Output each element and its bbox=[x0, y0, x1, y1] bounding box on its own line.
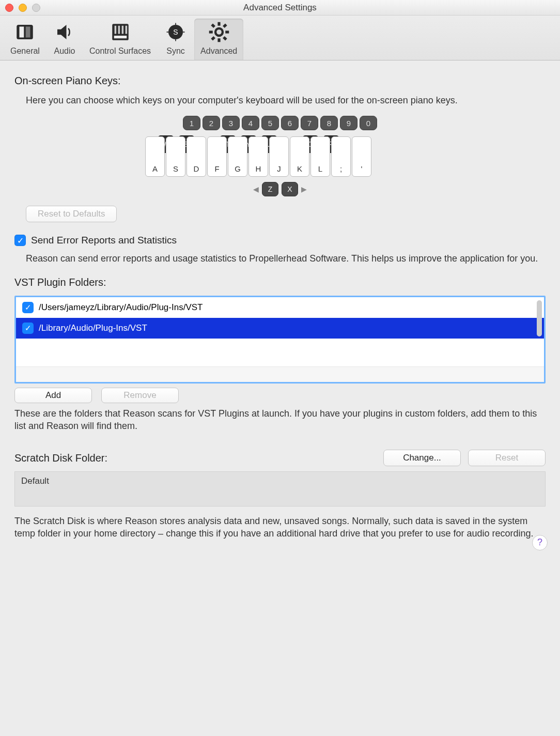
white-key[interactable]: F bbox=[207, 136, 227, 177]
vst-folder-checkbox[interactable]: ✓ bbox=[22, 323, 34, 334]
svg-rect-6 bbox=[121, 26, 123, 34]
tab-sync[interactable]: S Sync bbox=[157, 19, 194, 60]
octave-down-key[interactable]: Z bbox=[262, 182, 278, 196]
close-window-button[interactable] bbox=[5, 4, 13, 12]
vst-help: These are the folders that Reason scans … bbox=[14, 407, 546, 433]
svg-rect-4 bbox=[114, 26, 116, 34]
svg-rect-18 bbox=[209, 30, 212, 33]
tab-control-surfaces[interactable]: Control Surfaces bbox=[83, 19, 157, 60]
white-key[interactable]: J bbox=[269, 136, 289, 177]
general-icon bbox=[14, 21, 36, 45]
sync-icon: S bbox=[165, 21, 186, 45]
vst-folder-checkbox[interactable]: ✓ bbox=[22, 302, 34, 313]
send-error-reports-label: Send Error Reports and Statistics bbox=[31, 235, 177, 246]
num-key[interactable]: 4 bbox=[242, 116, 259, 130]
tab-surfaces-label: Control Surfaces bbox=[89, 47, 151, 56]
svg-rect-20 bbox=[211, 23, 215, 28]
tab-general[interactable]: General bbox=[4, 19, 46, 60]
svg-rect-0 bbox=[17, 25, 34, 39]
help-icon: ? bbox=[537, 537, 542, 548]
prefs-toolbar: General Audio Control Surfaces S Sync bbox=[0, 16, 560, 60]
white-key[interactable]: S bbox=[166, 136, 185, 177]
vst-folder-row[interactable]: ✓/Users/jameyz/Library/Audio/Plug-Ins/VS… bbox=[16, 297, 544, 318]
svg-rect-7 bbox=[125, 26, 127, 34]
titlebar: Advanced Settings bbox=[0, 0, 560, 16]
num-key[interactable]: 8 bbox=[320, 116, 338, 130]
vst-remove-button[interactable]: Remove bbox=[101, 388, 179, 403]
white-key[interactable]: ' bbox=[352, 136, 371, 177]
svg-point-15 bbox=[215, 28, 223, 36]
num-key[interactable]: 1 bbox=[183, 116, 200, 130]
window-controls bbox=[5, 4, 40, 12]
tab-audio[interactable]: Audio bbox=[46, 19, 83, 60]
white-key[interactable]: L bbox=[310, 136, 330, 177]
svg-rect-5 bbox=[118, 26, 120, 34]
svg-text:S: S bbox=[173, 28, 178, 36]
svg-rect-23 bbox=[211, 36, 215, 41]
vst-folder-path: /Users/jameyz/Library/Audio/Plug-Ins/VST bbox=[39, 302, 203, 313]
white-key[interactable]: ; bbox=[331, 136, 351, 177]
reset-piano-button[interactable]: Reset to Defaults bbox=[26, 206, 117, 222]
white-key[interactable]: H bbox=[248, 136, 268, 177]
num-key[interactable]: 0 bbox=[360, 116, 377, 130]
svg-rect-16 bbox=[217, 22, 220, 26]
window-title: Advanced Settings bbox=[0, 3, 560, 13]
piano-heading: On-screen Piano Keys: bbox=[14, 75, 546, 87]
octave-up-key[interactable]: X bbox=[282, 182, 298, 196]
num-key[interactable]: 9 bbox=[340, 116, 357, 130]
vst-folder-list[interactable]: ✓/Users/jameyz/Library/Audio/Plug-Ins/VS… bbox=[14, 296, 546, 384]
white-key[interactable]: A bbox=[145, 136, 165, 177]
svg-rect-21 bbox=[223, 36, 227, 41]
octave-right-icon: ▶ bbox=[301, 185, 307, 193]
tab-general-label: General bbox=[10, 47, 40, 56]
num-key[interactable]: 2 bbox=[203, 116, 220, 130]
num-key[interactable]: 7 bbox=[301, 116, 318, 130]
tab-advanced[interactable]: Advanced bbox=[194, 19, 243, 60]
octave-left-icon: ◀ bbox=[253, 185, 259, 193]
svg-rect-17 bbox=[217, 38, 220, 42]
tab-audio-label: Audio bbox=[54, 47, 75, 56]
scratch-folder-value: Default bbox=[21, 476, 49, 486]
piano-help: Here you can choose which keys on your c… bbox=[14, 94, 546, 106]
tab-sync-label: Sync bbox=[166, 47, 185, 56]
svg-rect-1 bbox=[20, 27, 24, 38]
white-key[interactable]: G bbox=[228, 136, 247, 177]
svg-rect-2 bbox=[26, 27, 30, 38]
vst-heading: VST Plugin Folders: bbox=[14, 277, 546, 288]
error-reports-help: Reason can send error reports and usage … bbox=[14, 252, 546, 265]
tab-advanced-label: Advanced bbox=[200, 47, 237, 56]
num-key[interactable]: 5 bbox=[261, 116, 279, 130]
mixer-icon bbox=[110, 21, 131, 45]
send-error-reports-checkbox[interactable]: ✓ bbox=[14, 235, 26, 246]
svg-rect-22 bbox=[223, 23, 227, 28]
vst-scrollbar[interactable] bbox=[537, 300, 542, 336]
advanced-pane: On-screen Piano Keys: Here you can choos… bbox=[0, 60, 560, 560]
scratch-help: The Scratch Disk is where Reason stores … bbox=[14, 515, 546, 540]
vst-folder-row[interactable]: ✓/Library/Audio/Plug-Ins/VST bbox=[16, 318, 544, 339]
scratch-heading: Scratch Disk Folder: bbox=[14, 452, 376, 464]
svg-rect-19 bbox=[225, 30, 229, 33]
num-key[interactable]: 3 bbox=[222, 116, 240, 130]
white-key[interactable]: K bbox=[290, 136, 309, 177]
vst-add-button[interactable]: Add bbox=[14, 388, 92, 403]
piano-keymap: 1234567890 WETYUOP ASDFGHJKL;' ◀ Z X ▶ bbox=[14, 116, 546, 196]
scratch-change-button[interactable]: Change... bbox=[383, 450, 461, 466]
white-key[interactable]: D bbox=[186, 136, 206, 177]
num-key[interactable]: 6 bbox=[281, 116, 299, 130]
help-button[interactable]: ? bbox=[532, 535, 548, 550]
scratch-folder-display: Default bbox=[14, 471, 546, 507]
speaker-icon bbox=[54, 21, 75, 45]
svg-rect-8 bbox=[114, 36, 127, 38]
zoom-window-button[interactable] bbox=[32, 4, 40, 12]
vst-folder-path: /Library/Audio/Plug-Ins/VST bbox=[39, 323, 147, 333]
vst-list-footer bbox=[16, 366, 544, 382]
scratch-reset-button[interactable]: Reset bbox=[468, 450, 546, 466]
minimize-window-button[interactable] bbox=[19, 4, 27, 12]
gear-icon bbox=[208, 21, 230, 45]
